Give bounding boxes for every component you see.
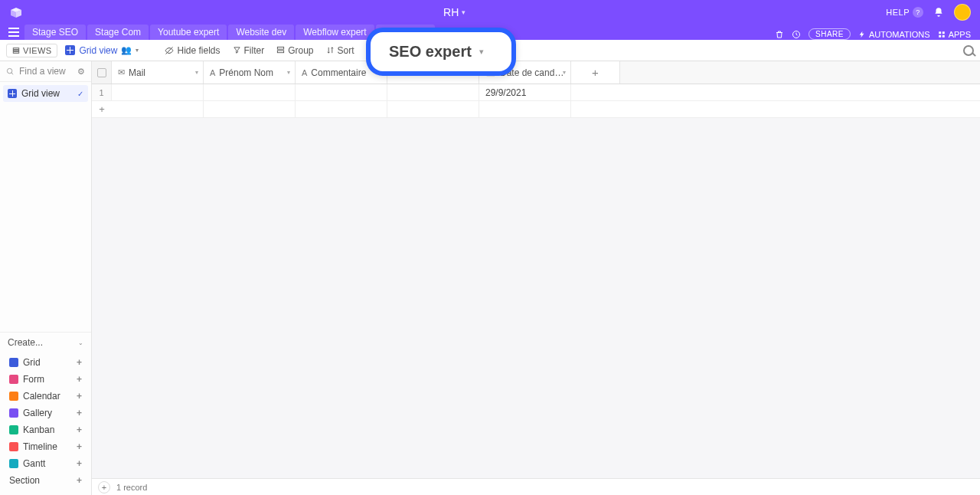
airtable-logo-icon[interactable] (9, 5, 23, 19)
chevron-down-icon[interactable]: ▾ (195, 69, 198, 76)
view-type-icon (9, 358, 18, 367)
svg-rect-10 (942, 34, 944, 37)
current-view-label: Grid view (79, 45, 117, 56)
cell-prenom-nom[interactable] (204, 84, 296, 100)
table-row[interactable]: 1 29/9/2021 (92, 84, 980, 101)
add-row-line: + (92, 101, 980, 118)
filter-button[interactable]: Filter (228, 43, 270, 58)
column-label: Prénom Nom (219, 67, 273, 78)
create-view-kanban[interactable]: Kanban+ (5, 421, 87, 438)
hide-fields-button[interactable]: Hide fields (160, 43, 224, 58)
svg-rect-13 (13, 51, 19, 53)
create-view-toggle[interactable]: Create... ⌄ (0, 332, 91, 352)
filter-label: Filter (244, 45, 265, 56)
plus-icon: + (77, 374, 82, 385)
apps-button[interactable]: APPS (938, 30, 971, 39)
plus-icon: + (77, 425, 82, 435)
plus-icon: + (77, 441, 82, 452)
chevron-down-icon: ▾ (479, 47, 484, 57)
sidebar-view-grid[interactable]: Grid view ✓ (3, 85, 88, 102)
grid-footer: + 1 record (92, 478, 980, 495)
cell-mail[interactable] (112, 84, 204, 100)
search-icon[interactable] (963, 45, 974, 56)
gear-icon[interactable]: ⚙ (77, 67, 85, 77)
highlight-label: SEO expert (389, 43, 472, 61)
find-view-placeholder: Find a view (19, 66, 66, 77)
main-area: Find a view ⚙ Grid view ✓ Create... ⌄ Gr… (0, 61, 980, 495)
add-column-button[interactable]: + (571, 61, 620, 84)
create-label: Create... (8, 337, 43, 348)
svg-rect-16 (278, 51, 284, 53)
row-number[interactable]: 1 (92, 84, 112, 100)
svg-rect-7 (939, 31, 941, 34)
svg-line-22 (11, 72, 13, 74)
search-icon (6, 67, 15, 76)
views-label: VIEWS (23, 46, 51, 55)
notifications-icon[interactable] (933, 6, 945, 18)
help-icon: ? (913, 7, 923, 18)
view-sidebar: Find a view ⚙ Grid view ✓ Create... ⌄ Gr… (0, 61, 92, 495)
cell-date-candidature[interactable]: 29/9/2021 (479, 84, 571, 100)
sort-button[interactable]: Sort (322, 43, 359, 58)
chevron-down-icon[interactable]: ▾ (563, 69, 566, 76)
trash-icon[interactable] (775, 30, 784, 39)
automations-button[interactable]: AUTOMATIONS (858, 30, 930, 39)
cell-commentaire[interactable] (296, 84, 387, 100)
sort-label: Sort (338, 45, 354, 56)
column-label: Mail (129, 67, 145, 78)
chevron-down-icon[interactable]: ▾ (287, 69, 290, 76)
column-header-row: ✉ Mail ▾ A Prénom Nom ▾ A Commentaire ▾ … (92, 61, 980, 84)
create-view-grid[interactable]: Grid+ (5, 354, 87, 371)
create-section[interactable]: Section+ (5, 472, 87, 489)
table-tab-webflow-expert[interactable]: Webflow expert (296, 25, 374, 40)
history-icon[interactable] (792, 30, 801, 39)
column-label: Commentaire (311, 67, 366, 78)
share-button[interactable]: SHARE (808, 28, 851, 40)
add-row-button[interactable]: + (92, 101, 112, 117)
find-view-input[interactable]: Find a view ⚙ (0, 61, 91, 81)
table-tab-label: Stage SEO (32, 27, 78, 38)
add-record-button[interactable]: + (98, 481, 110, 493)
select-all-checkbox[interactable] (92, 61, 112, 84)
create-view-gallery[interactable]: Gallery+ (5, 405, 87, 421)
base-name-label: RH (443, 6, 459, 18)
automations-label: AUTOMATIONS (869, 30, 930, 39)
apps-label: APPS (949, 30, 971, 39)
table-tab-website-dev[interactable]: Website dev (228, 25, 294, 40)
svg-rect-15 (278, 47, 284, 49)
text-icon: A (210, 68, 215, 77)
cell-hidden[interactable] (387, 84, 479, 100)
view-type-icon (9, 392, 18, 401)
group-label: Group (288, 45, 313, 56)
view-type-label: Form (23, 374, 44, 385)
create-view-gantt[interactable]: Gantt+ (5, 455, 87, 472)
base-title[interactable]: RH ▾ (443, 6, 466, 18)
table-tab-stage-com[interactable]: Stage Com (87, 25, 149, 40)
hide-fields-label: Hide fields (177, 45, 220, 56)
create-view-calendar[interactable]: Calendar+ (5, 388, 87, 405)
help-button[interactable]: HELP ? (886, 7, 923, 18)
create-view-timeline[interactable]: Timeline+ (5, 438, 87, 455)
current-view-chip[interactable]: Grid view 👥 ▾ (60, 43, 143, 58)
grid-icon (8, 89, 17, 98)
view-type-icon (9, 425, 18, 434)
view-type-icon (9, 408, 18, 418)
plus-icon: + (77, 391, 82, 402)
hamburger-icon[interactable] (6, 25, 21, 40)
seo-expert-highlight[interactable]: SEO expert ▾ (366, 28, 516, 76)
text-icon: A (302, 68, 307, 77)
column-header-mail[interactable]: ✉ Mail ▾ (112, 61, 204, 84)
svg-rect-12 (13, 50, 19, 51)
view-type-label: Gantt (23, 458, 45, 469)
help-label: HELP (886, 8, 910, 17)
share-label: SHARE (815, 30, 844, 38)
table-tab-stage-seo[interactable]: Stage SEO (24, 25, 86, 40)
column-header-prenom-nom[interactable]: A Prénom Nom ▾ (204, 61, 296, 84)
plus-icon: + (77, 357, 82, 368)
table-tab-youtube-expert[interactable]: Youtube expert (150, 25, 227, 40)
group-button[interactable]: Group (272, 43, 318, 58)
views-toggle-button[interactable]: VIEWS (6, 44, 57, 57)
record-count-label: 1 record (116, 483, 147, 492)
avatar[interactable] (954, 4, 971, 21)
create-view-form[interactable]: Form+ (5, 371, 87, 388)
